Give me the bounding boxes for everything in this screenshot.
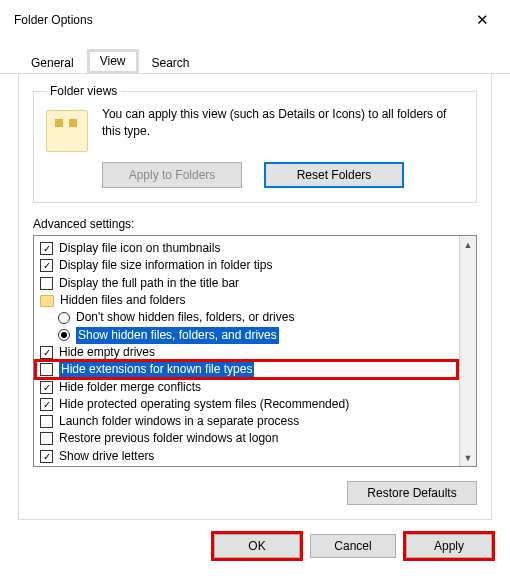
scroll-down-icon[interactable]: ▼	[460, 449, 476, 466]
scroll-up-icon[interactable]: ▲	[460, 236, 476, 253]
advanced-item[interactable]: Don't show hidden files, folders, or dri…	[36, 309, 457, 326]
window-title: Folder Options	[14, 13, 93, 27]
checkbox-icon[interactable]: ✓	[40, 450, 53, 463]
advanced-item-label: Display the full path in the title bar	[59, 275, 239, 292]
advanced-item[interactable]: Hide extensions for known file types	[36, 361, 457, 378]
advanced-item-label: Hide empty drives	[59, 344, 155, 361]
tab-strip: General View Search	[0, 48, 510, 74]
tab-panel-view: Folder views You can apply this view (su…	[18, 74, 492, 520]
tab-search[interactable]: Search	[139, 51, 203, 74]
advanced-item-label: Display file size information in folder …	[59, 257, 272, 274]
checkbox-icon[interactable]: ✓	[40, 381, 53, 394]
checkbox-icon[interactable]: ✓	[40, 346, 53, 359]
folder-views-icon	[46, 110, 88, 152]
advanced-item-label: Show drive letters	[59, 448, 154, 465]
checkbox-icon[interactable]	[40, 415, 53, 428]
advanced-item[interactable]: ✓Show drive letters	[36, 448, 457, 465]
advanced-settings-list: ✓Display file icon on thumbnails✓Display…	[33, 235, 477, 467]
advanced-item[interactable]: ✓Hide empty drives	[36, 344, 457, 361]
advanced-item[interactable]: Launch folder windows in a separate proc…	[36, 413, 457, 430]
advanced-item[interactable]: Restore previous folder windows at logon	[36, 430, 457, 447]
checkbox-icon[interactable]: ✓	[40, 242, 53, 255]
advanced-item-label: Hide folder merge conflicts	[59, 379, 201, 396]
advanced-item-label: Hide protected operating system files (R…	[59, 396, 349, 413]
advanced-item[interactable]: ✓Hide protected operating system files (…	[36, 396, 457, 413]
advanced-item-label: Hide extensions for known file types	[59, 361, 254, 378]
advanced-item-label: Restore previous folder windows at logon	[59, 430, 278, 447]
advanced-item[interactable]: Display the full path in the title bar	[36, 275, 457, 292]
radio-icon[interactable]	[58, 329, 70, 341]
advanced-item-label: Hidden files and folders	[60, 292, 185, 309]
restore-defaults-button[interactable]: Restore Defaults	[347, 481, 477, 505]
advanced-settings-label: Advanced settings:	[33, 217, 477, 231]
checkbox-icon[interactable]: ✓	[40, 398, 53, 411]
scrollbar[interactable]: ▲ ▼	[459, 236, 476, 466]
titlebar: Folder Options ✕	[0, 0, 510, 34]
advanced-item-label: Show hidden files, folders, and drives	[76, 327, 279, 344]
cancel-button[interactable]: Cancel	[310, 534, 396, 558]
folder-views-legend: Folder views	[46, 84, 121, 98]
folder-views-text: You can apply this view (such as Details…	[102, 106, 464, 140]
checkbox-icon[interactable]	[40, 277, 53, 290]
advanced-item-label: Launch folder windows in a separate proc…	[59, 413, 299, 430]
apply-to-folders-button: Apply to Folders	[102, 162, 242, 188]
tab-view[interactable]: View	[87, 49, 139, 74]
checkbox-icon[interactable]: ✓	[40, 259, 53, 272]
checkbox-icon[interactable]	[40, 363, 53, 376]
dialog-buttons: OK Cancel Apply	[0, 520, 510, 558]
folder-icon	[40, 295, 54, 307]
radio-icon[interactable]	[58, 312, 70, 324]
reset-folders-button[interactable]: Reset Folders	[264, 162, 404, 188]
advanced-item[interactable]: ✓Hide folder merge conflicts	[36, 378, 457, 395]
tab-general[interactable]: General	[18, 51, 87, 74]
apply-button[interactable]: Apply	[406, 534, 492, 558]
close-icon[interactable]: ✕	[468, 11, 496, 29]
folder-views-group: Folder views You can apply this view (su…	[33, 84, 477, 203]
ok-button[interactable]: OK	[214, 534, 300, 558]
advanced-item-label: Don't show hidden files, folders, or dri…	[76, 309, 294, 326]
advanced-item-label: Display file icon on thumbnails	[59, 240, 220, 257]
checkbox-icon[interactable]	[40, 432, 53, 445]
advanced-item[interactable]: ✓Display file size information in folder…	[36, 257, 457, 274]
advanced-item[interactable]: Show hidden files, folders, and drives	[36, 326, 457, 343]
advanced-item[interactable]: Hidden files and folders	[36, 292, 457, 309]
advanced-item[interactable]: ✓Display file icon on thumbnails	[36, 240, 457, 257]
